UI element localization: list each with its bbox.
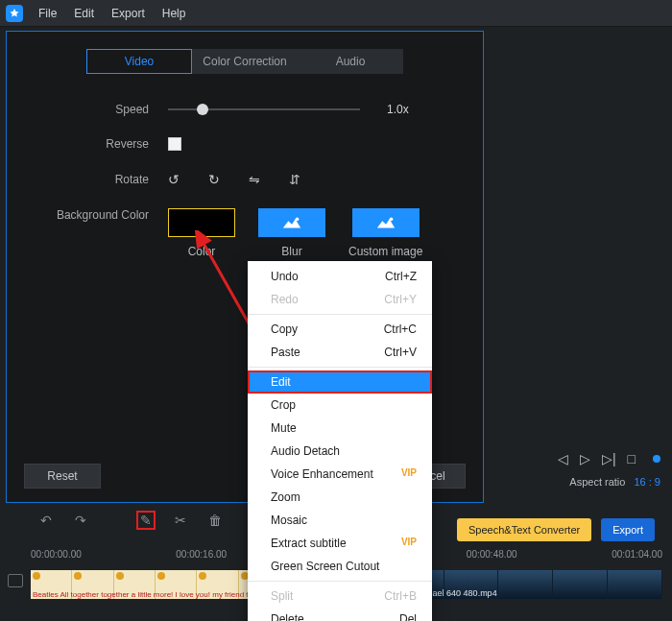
menu-export[interactable]: Export — [104, 3, 153, 24]
context-menu-label: Voice Enhancement — [271, 467, 373, 481]
context-menu-label: Green Screen Cutout — [271, 560, 379, 573]
context-menu-label: Mute — [271, 421, 297, 435]
flip-horizontal-icon[interactable]: ⇋ — [249, 172, 260, 187]
bg-thumb-custom[interactable] — [352, 208, 420, 237]
speed-value: 1.0x — [387, 103, 409, 116]
context-menu-label: Redo — [271, 293, 299, 306]
bg-option-color[interactable]: Color — [168, 208, 235, 258]
context-menu-item[interactable]: Mute — [248, 417, 432, 440]
context-menu-label: Undo — [271, 270, 299, 283]
context-menu-label: Zoom — [271, 490, 300, 504]
aspect-label: Aspect ratio — [569, 476, 625, 488]
aspect-ratio[interactable]: Aspect ratio 16 : 9 — [569, 476, 660, 488]
context-menu-item[interactable]: Edit — [248, 370, 432, 394]
context-menu-label: Audio Detach — [271, 444, 340, 458]
play-icon[interactable]: ▷ — [580, 451, 590, 466]
bg-option-custom[interactable]: Custom image — [348, 208, 422, 258]
track-icon[interactable] — [8, 574, 23, 587]
tab-audio[interactable]: Audio — [298, 49, 403, 74]
speed-slider[interactable] — [168, 108, 360, 110]
bg-option-label: Blur — [281, 245, 301, 258]
undo-icon[interactable]: ↶ — [38, 513, 54, 528]
tab-color-correction[interactable]: Color Correction — [192, 49, 298, 74]
context-menu-shortcut: Ctrl+Y — [384, 293, 417, 306]
cut-icon[interactable]: ✂ — [173, 513, 188, 528]
context-menu: UndoCtrl+ZRedoCtrl+YCopyCtrl+CPasteCtrl+… — [248, 261, 432, 621]
context-menu-label: Edit — [271, 375, 291, 389]
svg-point-5 — [389, 218, 393, 222]
context-menu-separator — [248, 581, 432, 582]
bg-thumb-blur[interactable] — [258, 208, 325, 237]
context-menu-label: Mosaic — [271, 514, 307, 527]
edit-icon[interactable]: ✎ — [138, 513, 154, 528]
context-menu-separator — [248, 314, 432, 315]
speed-label: Speed — [24, 103, 168, 116]
context-menu-label: Crop — [271, 398, 296, 412]
context-menu-shortcut: Del — [399, 612, 417, 621]
context-menu-item[interactable]: Mosaic — [248, 509, 432, 532]
tab-video[interactable]: Video — [86, 49, 192, 74]
ruler-tick: 00:00:16.00 — [176, 549, 227, 564]
context-menu-item: RedoCtrl+Y — [248, 288, 432, 311]
context-menu-item[interactable]: Voice EnhancementVIP — [248, 463, 432, 486]
delete-icon[interactable]: 🗑 — [207, 513, 223, 528]
flip-vertical-icon[interactable]: ⇵ — [289, 172, 300, 187]
reverse-label: Reverse — [24, 137, 168, 151]
bg-thumb-color[interactable] — [168, 208, 235, 237]
reverse-row: Reverse — [24, 137, 466, 151]
ruler-tick: 00:00:00.00 — [31, 549, 82, 564]
context-menu-item[interactable]: Green Screen Cutout — [248, 555, 432, 578]
bg-option-label: Color — [188, 245, 216, 258]
context-menu-item[interactable]: Extract subtitleVIP — [248, 532, 432, 555]
speech-text-converter-button[interactable]: Speech&Text Converter — [457, 518, 591, 541]
rotate-cw-icon[interactable]: ↻ — [208, 172, 220, 187]
tabs: Video Color Correction Audio — [24, 49, 466, 74]
clip-left[interactable]: Beatles All together together a little m… — [31, 570, 280, 599]
context-menu-item[interactable]: Zoom — [248, 486, 432, 509]
playhead-dot[interactable] — [653, 455, 660, 463]
background-color-row: Background Color Color Blur Custom image — [24, 208, 466, 258]
vip-badge: VIP — [401, 537, 417, 550]
reverse-checkbox[interactable] — [168, 137, 181, 151]
aspect-value: 16 : 9 — [634, 476, 660, 488]
context-menu-item[interactable]: Audio Detach — [248, 440, 432, 463]
context-menu-shortcut: Ctrl+C — [384, 322, 417, 336]
menu-edit[interactable]: Edit — [66, 3, 102, 24]
prev-frame-icon[interactable]: ◁ — [558, 451, 568, 466]
ruler-tick: 00:01:04.00 — [612, 549, 662, 564]
svg-point-2 — [296, 218, 300, 222]
stop-icon[interactable]: □ — [628, 451, 636, 466]
bg-option-blur[interactable]: Blur — [258, 208, 325, 258]
ruler-tick: 00:00:48.00 — [467, 549, 517, 564]
context-menu-item[interactable]: UndoCtrl+Z — [248, 265, 432, 288]
context-menu-shortcut: Ctrl+V — [384, 346, 417, 359]
menu-file[interactable]: File — [31, 3, 64, 24]
context-menu-separator — [248, 367, 432, 368]
speed-slider-thumb[interactable] — [197, 104, 208, 115]
context-menu-item[interactable]: CopyCtrl+C — [248, 318, 432, 341]
context-menu-label: Extract subtitle — [271, 537, 347, 550]
context-menu-shortcut: Ctrl+Z — [385, 270, 417, 283]
clip-label: Beatles All together together a little m… — [33, 590, 280, 599]
speed-row: Speed 1.0x — [24, 103, 466, 116]
context-menu-label: Split — [271, 589, 293, 603]
redo-icon[interactable]: ↷ — [73, 513, 88, 528]
reset-button[interactable]: Reset — [24, 464, 101, 489]
vip-badge: VIP — [401, 467, 417, 481]
context-menu-item: SplitCtrl+B — [248, 585, 432, 608]
rotate-ccw-icon[interactable]: ↺ — [168, 172, 180, 187]
menu-help[interactable]: Help — [155, 3, 194, 24]
context-menu-item[interactable]: DeleteDel — [248, 608, 432, 621]
context-menu-label: Paste — [271, 346, 300, 359]
context-menu-item[interactable]: Crop — [248, 394, 432, 417]
export-button[interactable]: Export — [601, 518, 655, 541]
rotate-row: Rotate ↺ ↻ ⇋ ⇵ — [24, 172, 466, 187]
app-logo — [6, 5, 23, 22]
menubar: File Edit Export Help — [0, 0, 672, 27]
preview-controls: ◁ ▷ ▷| □ Aspect ratio 16 : 9 — [558, 451, 660, 488]
bgcolor-label: Background Color — [24, 208, 168, 222]
context-menu-item[interactable]: PasteCtrl+V — [248, 341, 432, 364]
bg-option-label: Custom image — [348, 245, 422, 258]
context-menu-label: Delete — [271, 612, 304, 621]
next-frame-icon[interactable]: ▷| — [602, 451, 616, 466]
